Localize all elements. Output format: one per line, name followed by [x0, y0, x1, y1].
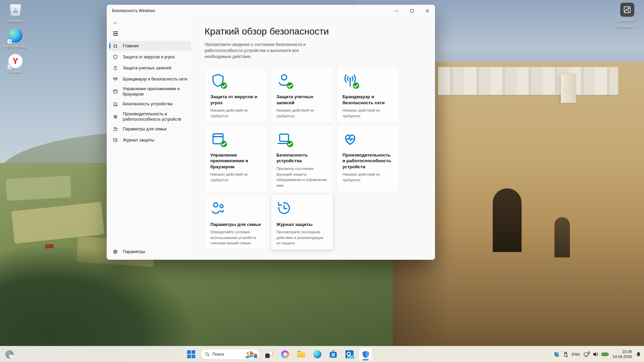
sidebar-item-device-security[interactable]: Безопасность устройства — [109, 99, 191, 109]
card-family-options[interactable]: Параметры для семьи Определяйте условия … — [205, 194, 267, 250]
card-subtitle: Просмотр состояния функций защиты оборуд… — [276, 166, 328, 188]
window-title: Безопасность Windows — [107, 8, 155, 13]
microsoft-store-icon — [329, 350, 337, 358]
card-protection-history[interactable]: Журнал защиты Просмотрите последние дейс… — [271, 194, 333, 250]
language-indicator[interactable]: ENG — [572, 352, 580, 356]
card-firewall[interactable]: Брандмауэр и безопасность сети Никаких д… — [337, 66, 399, 122]
account-icon — [276, 73, 292, 89]
health-heart-icon — [342, 131, 359, 147]
sidebar-item-label: Защита учетных записей — [123, 65, 171, 71]
edge-icon — [313, 350, 321, 358]
search-placeholder: Поиск — [212, 352, 224, 357]
security-tiles-grid: Защита от вирусов и угроз Никаких действ… — [205, 66, 400, 250]
desktop-icon-label: Microsoft Edge — [3, 44, 28, 49]
quick-settings-group[interactable] — [584, 352, 609, 357]
outlook-icon: NEW — [345, 350, 354, 358]
desktop-icon-column: Корзина Microsoft Edge Y Yandex — [1, 3, 30, 74]
active-app-indicator — [363, 359, 369, 360]
sidebar-item-protection-history[interactable]: Журнал защиты — [109, 135, 191, 145]
sidebar: Главная Защита от вирусов и угроз Защита… — [107, 17, 194, 260]
card-account-protection[interactable]: Защита учетных записей Никаких действий … — [271, 66, 333, 122]
sidebar-item-virus-protection[interactable]: Защита от вирусов и угроз — [109, 52, 191, 62]
card-device-health[interactable]: Производительность и работоспособность у… — [337, 125, 399, 192]
card-title: Безопасность устройства — [276, 152, 328, 164]
weather-widget-icon[interactable] — [5, 350, 13, 358]
status-ok-icon — [353, 82, 359, 89]
sidebar-item-device-health[interactable]: Производительность и работоспособность у… — [109, 110, 191, 123]
windows-security-button[interactable] — [359, 348, 372, 361]
sidebar-item-firewall[interactable]: Брандмауэр и безопасность сети — [109, 74, 191, 84]
edge-button[interactable] — [311, 348, 324, 361]
titlebar[interactable]: Безопасность Windows — [107, 5, 435, 17]
card-subtitle: Никаких действий не требуется. — [342, 172, 394, 183]
settings-label: Параметры — [123, 249, 145, 254]
sidebar-item-label: Журнал защиты — [123, 137, 154, 143]
desktop-icon-label: Yandex — [9, 70, 22, 74]
taskbar-apps: Поиск NEW — [184, 348, 372, 361]
tray-security-shield-icon[interactable] — [553, 351, 559, 357]
menu-toggle-button[interactable] — [110, 29, 121, 38]
card-subtitle: Никаких действий не требуется. — [342, 108, 394, 119]
card-virus-protection[interactable]: Защита от вирусов и угроз Никаких действ… — [205, 66, 267, 122]
card-subtitle: Никаких действий не требуется. — [210, 108, 262, 119]
desktop-icon-label: Корзина — [8, 19, 22, 23]
family-icon — [113, 126, 118, 132]
yandex-icon: Y — [8, 54, 23, 68]
card-title: Брандмауэр и безопасность сети — [342, 94, 394, 106]
minimize-icon — [395, 11, 398, 11]
card-app-browser-control[interactable]: Управление приложениями и браузером Ника… — [205, 125, 267, 192]
shortcut-arrow-icon — [7, 39, 12, 44]
task-view-button[interactable] — [262, 348, 276, 361]
search-box[interactable]: Поиск — [201, 349, 260, 360]
copilot-icon — [281, 350, 289, 358]
desktop-icon-edge[interactable]: Microsoft Edge — [1, 28, 30, 49]
card-device-security[interactable]: Безопасность устройства Просмотр состоян… — [271, 125, 333, 192]
usb-eject-icon[interactable] — [563, 352, 568, 357]
volume-icon — [593, 352, 599, 357]
app-window-icon — [113, 89, 118, 94]
sidebar-item-home[interactable]: Главная — [109, 41, 191, 51]
close-icon — [426, 9, 429, 13]
firewall-network-icon — [113, 76, 118, 82]
copilot-button[interactable] — [278, 348, 292, 361]
desktop-icon-recycle-bin[interactable]: Корзина — [1, 3, 30, 23]
desktop-icon-info-image[interactable]: Дополнит... сведения ... — [612, 3, 642, 29]
outlook-new-badge: NEW — [347, 356, 355, 359]
card-title: Параметры для семьи — [210, 222, 262, 228]
maximize-button[interactable] — [404, 5, 420, 17]
account-icon — [113, 65, 118, 71]
store-button[interactable] — [327, 348, 340, 361]
start-button[interactable] — [184, 348, 198, 361]
sidebar-item-label: Параметры для семьи — [123, 126, 166, 132]
close-button[interactable] — [420, 5, 435, 17]
sidebar-item-family-options[interactable]: Параметры для семьи — [109, 124, 191, 134]
page-description: Просмотрите сведения о состоянии безопас… — [205, 42, 313, 60]
search-highlight-fish-icon — [246, 350, 258, 359]
back-button[interactable] — [110, 18, 121, 27]
edge-icon — [8, 28, 23, 43]
file-explorer-button[interactable] — [294, 348, 308, 361]
status-ok-icon — [287, 82, 293, 89]
outlook-button[interactable]: NEW — [343, 348, 356, 361]
notification-bell-icon[interactable]: z — [636, 352, 641, 357]
history-clock-icon — [276, 200, 292, 217]
clock[interactable]: 23:39 14.04.2026 — [612, 349, 632, 359]
time: 23:39 — [612, 349, 632, 354]
shield-icon — [113, 54, 118, 60]
svg-text:z: z — [638, 353, 639, 355]
sidebar-item-app-browser-control[interactable]: Управление приложениями и браузером — [109, 85, 191, 98]
image-file-icon — [620, 3, 634, 17]
page-title: Краткий обзор безопасности — [205, 26, 435, 37]
card-subtitle: Просмотрите последние действия и рекомен… — [276, 229, 328, 246]
status-ok-icon — [221, 141, 227, 147]
sidebar-settings[interactable]: Параметры — [107, 246, 194, 260]
minimize-button[interactable] — [389, 5, 404, 17]
selected-indicator — [109, 43, 110, 49]
desktop-icon-yandex[interactable]: Y Yandex — [1, 54, 30, 74]
network-icon — [584, 352, 590, 357]
history-clock-icon — [113, 137, 118, 143]
sidebar-item-account-protection[interactable]: Защита учетных записей — [109, 63, 191, 73]
recycle-bin-icon — [8, 3, 23, 17]
windows-logo-icon — [187, 350, 195, 358]
app-window-icon — [210, 131, 226, 147]
